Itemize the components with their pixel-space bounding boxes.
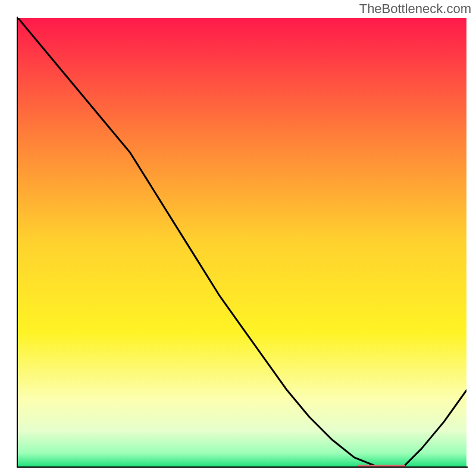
x-axis-line: [17, 466, 468, 468]
bottleneck-curve: [18, 18, 466, 466]
plot-area: [18, 18, 466, 466]
chart-container: TheBottleneck.com: [0, 0, 476, 476]
chart-svg: [18, 18, 466, 466]
watermark-text: TheBottleneck.com: [359, 1, 471, 17]
